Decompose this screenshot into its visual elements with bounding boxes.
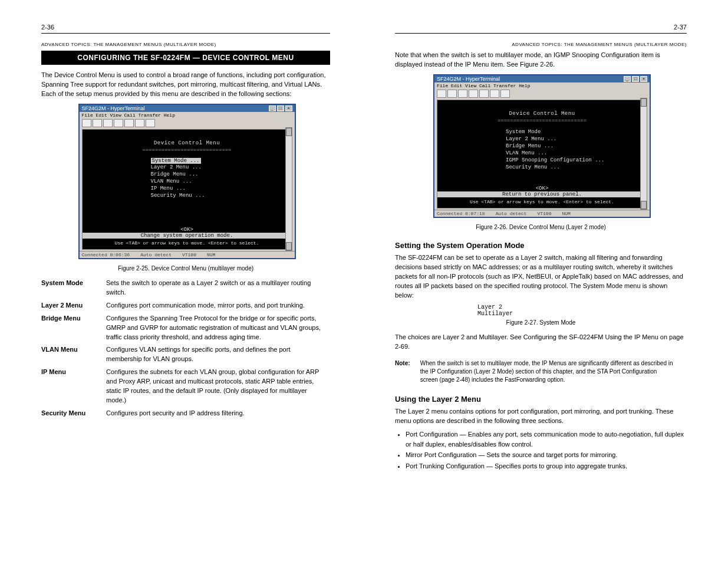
toolbar-icon[interactable]: [124, 119, 134, 127]
sysmode-para1: The SF-0224FM can be set to operate as a…: [395, 253, 687, 300]
maximize-icon[interactable]: □: [632, 76, 639, 82]
terminal-area: Device Control Menu ====================…: [82, 129, 292, 250]
close-icon[interactable]: ×: [285, 105, 292, 111]
list-item: Port Configuration — Enables any port, s…: [406, 429, 687, 449]
toolbar: [434, 89, 650, 98]
scrollbar[interactable]: [640, 98, 647, 210]
menubar[interactable]: File Edit View Call Transfer Help: [80, 112, 295, 118]
window-titlebar: SF24G2M - HyperTerminal _ □ ×: [80, 105, 295, 112]
option-row: Layer 2 MenuConfigures port communicatio…: [41, 301, 330, 310]
running-head-right: ADVANCED TOPICS: THE MANAGEMENT MENUS (M…: [395, 42, 687, 47]
ok-hint-bar: Change system operation mode.: [83, 233, 292, 239]
sysmode-option: Layer 2: [477, 304, 687, 310]
status-field: NUM: [207, 252, 215, 257]
toolbar-icon[interactable]: [114, 119, 123, 127]
menu-item[interactable]: Security Menu ...: [151, 192, 288, 199]
status-field: Auto detect: [140, 252, 172, 257]
minimize-icon[interactable]: _: [269, 105, 276, 111]
toolbar-icon[interactable]: [437, 90, 446, 98]
scroll-up-icon[interactable]: [286, 128, 292, 136]
terminal-heading-underline: ============================: [86, 147, 288, 153]
scroll-down-icon[interactable]: [641, 201, 647, 209]
note-text: When the switch is set to multilayer mod…: [420, 359, 674, 384]
menu-item-selected[interactable]: System Mode ...: [151, 158, 201, 164]
figure-caption-2-25: Figure 2-25. Device Control Menu (multil…: [41, 265, 330, 272]
sysmode-option: Multilayer: [477, 310, 687, 317]
toolbar-icon[interactable]: [490, 90, 499, 98]
note-block: Note: When the switch is set to multilay…: [395, 359, 687, 384]
option-row: System ModeSets the switch to operate as…: [41, 279, 330, 297]
nav-hint: Use <TAB> or arrow keys to move. <Enter>…: [437, 199, 647, 204]
option-row: IP MenuConfigures the subnets for each V…: [41, 368, 330, 405]
heading-layer2: Using the Layer 2 Menu: [395, 395, 687, 404]
scroll-up-icon[interactable]: [641, 98, 647, 107]
toolbar-icon[interactable]: [103, 119, 113, 127]
note-label: Note:: [395, 359, 419, 368]
toolbar-icon[interactable]: [500, 90, 510, 98]
menu-item[interactable]: Layer 2 Menu ...: [151, 164, 288, 171]
option-desc: Configures port security and IP address …: [106, 409, 324, 418]
menu-item[interactable]: Security Menu ...: [506, 164, 643, 171]
terminal-area: Device Control Menu ====================…: [437, 100, 647, 209]
ok-label[interactable]: <OK>: [83, 227, 292, 233]
toolbar-icon[interactable]: [93, 119, 102, 127]
statusbar: Connected 0:06:36 Auto detect VT100 NUM: [80, 251, 295, 258]
menu-item[interactable]: Bridge Menu ...: [151, 171, 288, 178]
toolbar-icon[interactable]: [479, 90, 489, 98]
figure-caption-2-26: Figure 2-26. Device Control Menu (Layer …: [395, 224, 687, 230]
window-title: SF24G2M - HyperTerminal: [82, 105, 145, 111]
option-desc: Configures VLAN settings for specific po…: [106, 345, 324, 364]
section-banner: CONFIGURING THE SF-0224FM — DEVICE CONTR…: [41, 51, 330, 65]
layer2-para: The Layer 2 menu contains options for po…: [395, 407, 687, 426]
status-field: NUM: [562, 211, 570, 216]
header-rule-left: [41, 33, 330, 34]
option-row: VLAN MenuConfigures VLAN settings for sp…: [41, 345, 330, 364]
window-titlebar: SF24G2M - HyperTerminal _ □ ×: [434, 75, 650, 82]
page-number-left: 2-36: [41, 24, 330, 31]
status-field: Auto detect: [496, 211, 527, 216]
toolbar-icon[interactable]: [82, 119, 91, 127]
scroll-down-icon[interactable]: [286, 242, 292, 250]
scrollbar[interactable]: [285, 127, 292, 251]
option-desc: Configures the Spanning Tree Protocol fo…: [106, 314, 324, 342]
toolbar-icon[interactable]: [447, 90, 457, 98]
statusbar: Connected 0:07:18 Auto detect VT100 NUM: [434, 210, 650, 217]
heading-system-mode: Setting the System Operation Mode: [395, 241, 687, 250]
status-field: Connected 0:06:36: [82, 252, 130, 257]
menu-item[interactable]: IGMP Snooping Configuration ...: [506, 157, 643, 164]
close-icon[interactable]: ×: [640, 76, 647, 82]
option-term: Bridge Menu: [41, 314, 106, 323]
menu-item[interactable]: VLAN Menu ...: [151, 178, 288, 185]
menu-item[interactable]: System Mode: [506, 128, 643, 135]
window-title: SF24G2M - HyperTerminal: [437, 76, 500, 82]
toolbar: [80, 118, 295, 128]
status-field: VT100: [537, 211, 551, 216]
menubar[interactable]: File Edit View Call Transfer Help: [434, 82, 650, 89]
toolbar-icon[interactable]: [146, 119, 155, 127]
menu-item[interactable]: IP Menu ...: [151, 185, 288, 192]
figure-2-25: SF24G2M - HyperTerminal _ □ × File Edit …: [78, 104, 294, 259]
toolbar-icon[interactable]: [469, 90, 478, 98]
maximize-icon[interactable]: □: [277, 105, 284, 111]
menu-item[interactable]: VLAN Menu ...: [506, 150, 643, 157]
terminal-heading: Device Control Menu: [441, 111, 643, 117]
toolbar-icon[interactable]: [135, 119, 144, 127]
option-term: System Mode: [41, 279, 106, 288]
terminal-heading-underline: ============================: [441, 118, 643, 124]
minimize-icon[interactable]: _: [624, 76, 631, 82]
toolbar-icon[interactable]: [458, 90, 467, 98]
option-term: Security Menu: [41, 409, 106, 418]
option-desc: Configures the subnets for each VLAN gro…: [106, 368, 324, 405]
menu-item[interactable]: Bridge Menu ...: [506, 143, 643, 150]
layer2-bullets: Port Configuration — Enables any port, s…: [406, 429, 687, 471]
menu-item[interactable]: Layer 2 Menu ...: [506, 135, 643, 143]
option-term: Layer 2 Menu: [41, 301, 106, 310]
window-controls: _ □ ×: [624, 76, 647, 82]
terminal-heading: Device Control Menu: [86, 140, 288, 146]
ok-hint-bar: Return to previous panel.: [437, 191, 647, 197]
list-item: Port Trunking Configuration — Specifies …: [406, 461, 687, 471]
figure-2-26: SF24G2M - HyperTerminal _ □ × File Edit …: [433, 74, 648, 218]
ok-label[interactable]: <OK>: [437, 186, 647, 191]
option-desc: Sets the switch to operate as a Layer 2 …: [106, 279, 324, 297]
option-row: Bridge MenuConfigures the Spanning Tree …: [41, 314, 330, 342]
